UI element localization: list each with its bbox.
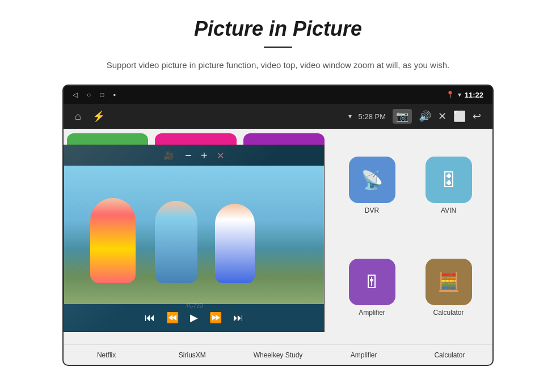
dvr-label: DVR	[365, 206, 379, 214]
skip-forward-icon[interactable]: ⏭	[233, 312, 243, 324]
bottom-labels: Netflix SiriusXM Wheelkey Study Amplifie…	[64, 344, 492, 365]
nav-right: ▾ 5:28 PM 📷 🔊 ✕ ⬜ ↩	[348, 109, 481, 124]
back-icon[interactable]: ◁	[73, 91, 78, 99]
person1	[90, 198, 136, 283]
person2	[155, 201, 197, 283]
nav-left: ⌂ ⚡	[75, 110, 105, 123]
close-icon[interactable]: ✕	[438, 110, 447, 123]
pip-icon[interactable]: ⬜	[453, 110, 466, 123]
home-nav-icon[interactable]: ⌂	[75, 111, 81, 123]
usb-icon[interactable]: ⚡	[92, 110, 105, 123]
status-bar-left: ◁ ○ □ ▪	[73, 91, 116, 99]
dvr-icon-shape: 📡	[349, 157, 395, 203]
wifi-icon: ▾	[458, 91, 461, 99]
pip-close-btn[interactable]: ✕	[217, 150, 224, 161]
amplifier-icon-shape: 🎚	[349, 259, 395, 305]
app-grid-right: 📡 DVR 🎛 AVIN 🎚 Amplifier	[328, 129, 492, 344]
bottom-label-siriusxm: SiriusXM	[149, 344, 235, 365]
amplifier-symbol: 🎚	[363, 272, 381, 293]
location-icon: 📍	[446, 91, 454, 99]
pip-section: 🎥 − + ✕	[64, 129, 328, 344]
bottom-label-netflix: Netflix	[64, 344, 149, 365]
bottom-label-wheelkey: Wheelkey Study	[235, 344, 321, 365]
status-bar: ◁ ○ □ ▪ 📍 ▾ 11:22	[64, 86, 492, 104]
calculator-label: Calculator	[433, 309, 464, 317]
pip-video[interactable]: 🎥 − + ✕	[64, 145, 325, 332]
play-icon[interactable]: ▶	[190, 311, 198, 324]
app-avin[interactable]: 🎛 AVIN	[413, 137, 484, 234]
video-people	[64, 166, 324, 304]
status-bar-right: 📍 ▾ 11:22	[446, 91, 483, 99]
app-dvr[interactable]: 📡 DVR	[336, 137, 407, 234]
calculator-symbol: 🧮	[437, 271, 460, 293]
title-divider	[264, 47, 292, 48]
skip-back-icon[interactable]: ⏮	[145, 312, 155, 324]
avin-icon-shape: 🎛	[426, 157, 472, 203]
bottom-label-amplifier: Amplifier	[321, 344, 407, 365]
video-content	[64, 166, 324, 304]
page-title: Picture in Picture	[194, 17, 362, 41]
menu-icon[interactable]: ▪	[113, 91, 116, 99]
avin-symbol: 🎛	[440, 170, 458, 191]
dvr-symbol: 📡	[361, 169, 384, 191]
app-amplifier[interactable]: 🎚 Amplifier	[336, 239, 407, 336]
fast-forward-icon[interactable]: ⏩	[209, 311, 222, 324]
nav-bar: ⌂ ⚡ ▾ 5:28 PM 📷 🔊 ✕ ⬜ ↩	[64, 104, 492, 129]
person3	[215, 204, 255, 283]
device-frame: ◁ ○ □ ▪ 📍 ▾ 11:22 ⌂ ⚡ ▾ 5:28 PM 📷 🔊	[62, 85, 494, 366]
recents-icon[interactable]: □	[100, 91, 104, 99]
status-time: 11:22	[465, 91, 483, 99]
amplifier-label: Amplifier	[359, 309, 385, 317]
volume-icon[interactable]: 🔊	[419, 110, 431, 123]
avin-label: AVIN	[441, 206, 456, 214]
pip-header: 🎥 − + ✕	[64, 145, 324, 166]
camera-icon[interactable]: 📷	[393, 109, 412, 124]
pip-camera-icon: 🎥	[164, 151, 174, 160]
calculator-icon-shape: 🧮	[426, 259, 472, 305]
wifi-signal-icon: ▾	[348, 112, 352, 120]
home-icon[interactable]: ○	[87, 91, 91, 99]
nav-time: 5:28 PM	[359, 112, 386, 121]
rewind-icon[interactable]: ⏪	[166, 311, 179, 324]
page-wrapper: Picture in Picture Support video picture…	[0, 0, 556, 377]
main-content: 🎥 − + ✕	[64, 129, 492, 344]
back-nav-icon[interactable]: ↩	[473, 110, 481, 123]
app-calculator[interactable]: 🧮 Calculator	[413, 239, 484, 336]
bottom-label-calculator: Calculator	[407, 344, 492, 365]
pip-plus-btn[interactable]: +	[201, 149, 208, 162]
watermark: YC720	[186, 302, 203, 309]
pip-minus-btn[interactable]: −	[185, 149, 192, 162]
page-subtitle: Support video picture in picture functio…	[107, 58, 449, 72]
pip-controls: − + ✕	[185, 149, 224, 162]
